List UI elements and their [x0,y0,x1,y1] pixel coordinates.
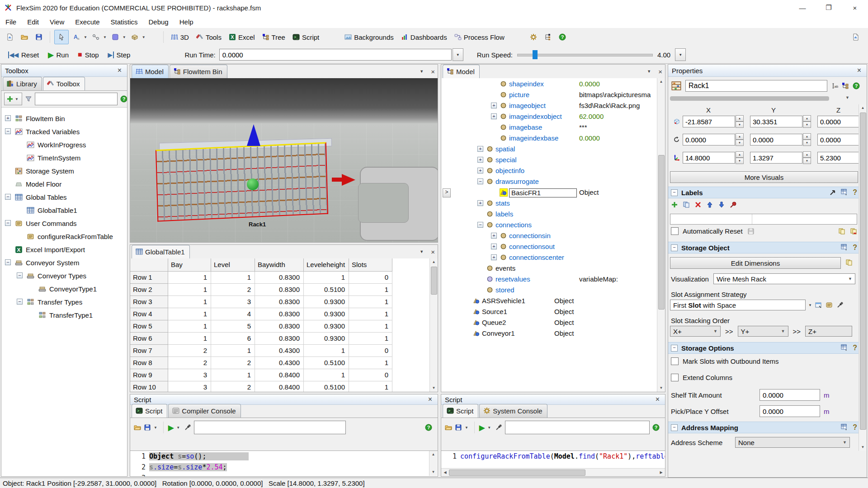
save-model-icon[interactable] [32,30,46,44]
pick-place-input[interactable] [760,405,820,417]
address-scheme-select[interactable]: None▼ [735,437,850,448]
table-cell[interactable]: 0.8300 [255,284,304,296]
table-cell[interactable]: 0.8300 [255,296,304,308]
page-icon[interactable] [849,30,863,44]
table-cell[interactable]: 1 [349,296,392,308]
select-tool-icon[interactable] [54,30,69,44]
save-script-icon[interactable] [144,424,151,431]
shelf-tilt-input[interactable] [760,389,820,401]
edit-dimensions-button[interactable]: Edit Dimensions [670,257,841,269]
position-y-input[interactable] [750,116,802,127]
open-script-icon[interactable] [445,424,452,431]
stack-order-1-select[interactable]: X+▼ [670,326,721,337]
table-cell[interactable]: 1 [211,369,255,381]
rack-3d-object[interactable] [156,142,328,221]
toolbox-item-globaltable1[interactable]: GlobalTable1 [1,205,127,218]
toolbox-item-configurerackfromtable[interactable]: configureRackFromTable [1,231,127,244]
table-cell[interactable]: 1 [349,308,392,320]
table-cell[interactable]: 1 [349,357,392,369]
row-header[interactable]: Row 2 [130,284,168,296]
section-help-icon[interactable]: ? [853,423,857,432]
tree-node-spatial[interactable]: +spatial [441,144,665,155]
horizontal-scrollbar[interactable] [670,96,829,101]
stop-button[interactable]: ■Stop [73,49,104,61]
row-header[interactable]: Row 10 [130,381,168,392]
expand-icon[interactable]: + [5,115,11,121]
help-icon[interactable]: ? [652,424,660,431]
maximize-icon[interactable]: ❐ [816,0,842,15]
section-help-icon[interactable]: ? [853,344,857,352]
toolbox-item-timeinsystem[interactable]: TimeInSystem [1,152,127,165]
tree-node-events[interactable]: events [441,263,665,274]
run-script-icon[interactable]: ▶ [479,423,485,432]
table-cell[interactable]: 3 [168,381,211,392]
table-cell[interactable]: 2 [211,357,255,369]
table-cell[interactable]: 1 [304,345,349,357]
tab-3d-model[interactable]: Model [132,65,169,78]
tree-node-resetvalues[interactable]: resetvaluesvariableMap: [441,274,665,285]
table-cell[interactable]: 0.8400 [255,381,304,392]
slot-assignment-dropdown[interactable]: ▼ [808,303,812,307]
sampler-icon[interactable] [184,424,191,431]
auto-reset-checkbox[interactable] [671,227,679,235]
expand-icon[interactable]: + [491,244,497,249]
collapse-icon[interactable]: − [17,272,23,278]
collapse-icon[interactable]: − [477,178,483,184]
slot-assignment-field[interactable]: First Slot with Space [670,300,806,310]
storage-options-header[interactable]: − Storage Options ? [668,342,860,354]
menu-edit[interactable]: Edit [22,17,44,27]
scale-y-input[interactable] [750,152,802,164]
table-cell[interactable]: 3 [168,369,211,381]
code-line[interactable]: configureRackFromTable(Model.find("Rack1… [460,452,665,460]
tree-node-basicfr1[interactable]: BasicFR1Object> [441,188,665,198]
close-icon[interactable]: × [842,0,868,15]
toolbox-item-transfer-types[interactable]: −Transfer Types [1,296,127,310]
delete-label-icon[interactable] [694,201,702,208]
table-scrollbar[interactable]: ▲ ▼ [429,258,438,392]
table-cell[interactable]: 0.9300 [304,333,349,345]
collapse-icon[interactable]: − [5,259,11,265]
tree-node-source1[interactable]: Source1Object [441,307,665,318]
toolbox-item-global-tables[interactable]: −Global Tables [1,192,127,205]
column-header[interactable] [130,258,168,272]
collapse-icon[interactable]: − [5,220,11,226]
text-tool-dropdown[interactable]: ▼ [84,35,87,39]
dashboards-button[interactable]: Dashboards [397,32,451,43]
run-script-dropdown[interactable]: ▼ [487,426,491,430]
panel-menu-icon[interactable]: ▼ [417,69,426,74]
help-icon[interactable]: ? [425,424,432,431]
tab-toolbox[interactable]: Toolbox [43,77,85,90]
copy-dimensions-icon[interactable] [845,259,853,266]
table-cell[interactable]: 1 [211,272,255,284]
table-cell[interactable]: 0.5100 [304,357,349,369]
run-time-dropdown[interactable]: ▼ [453,48,463,61]
code-hscrollbar[interactable]: ◀ ▶ [441,468,665,476]
object-name-input[interactable] [685,80,827,92]
table-cell[interactable]: 3 [211,296,255,308]
table-cell[interactable]: 0.4300 [255,357,304,369]
row-header[interactable]: Row 3 [130,296,168,308]
table-menu-icon[interactable] [841,344,848,352]
tree-node-connectionscenter[interactable]: +connectionscenter [441,253,665,263]
expand-icon[interactable]: + [491,103,497,108]
address-mapping-header[interactable]: − Address Mapping ? [668,422,860,433]
collapse-icon[interactable]: − [671,244,678,251]
table-cell[interactable]: 1 [168,272,211,284]
script-button[interactable]: >_Script [289,32,323,43]
slider-handle[interactable] [533,50,538,59]
code-scrollbar[interactable]: ▲ ▼ [429,451,437,476]
toolbox-item-tracked-variables[interactable]: −Tracked Variables [1,126,127,139]
code-icon[interactable] [826,301,833,309]
spinner[interactable]: ▲▼ [803,151,811,164]
table-cell[interactable]: 0.9300 [304,308,349,320]
tab-globaltable1[interactable]: GlobalTable1 [132,245,190,258]
settings-icon[interactable] [527,30,540,44]
tree-button[interactable]: Tree [259,32,289,43]
new-model-icon[interactable] [3,30,17,44]
excel-button[interactable]: XExcel [225,32,259,43]
open-script-icon[interactable] [134,424,141,431]
tree-node-drawsurrogate[interactable]: −drawsurrogate [441,177,665,188]
save-dropdown[interactable]: ▼ [465,426,468,430]
expand-icon[interactable]: + [477,146,483,152]
scroll-up-icon[interactable]: ▲ [859,104,867,112]
